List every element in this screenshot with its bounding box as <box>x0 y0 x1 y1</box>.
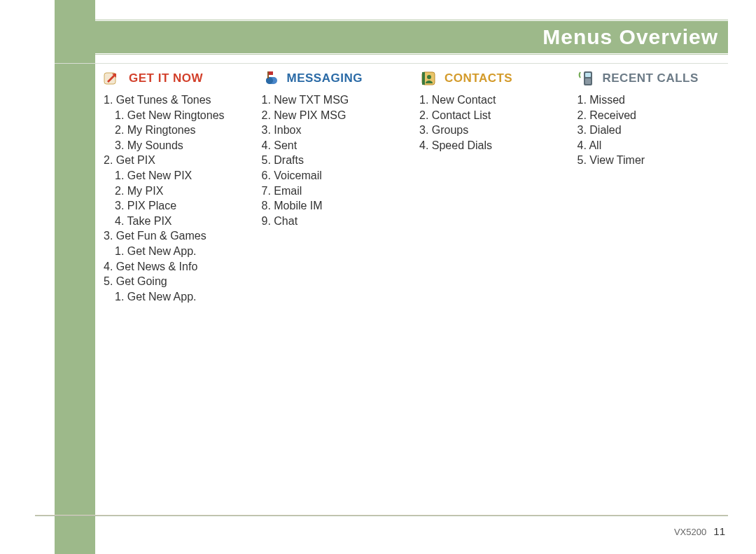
column-get-it-now: Get It Now 1. Get Tunes & Tones 1. Get N… <box>104 70 255 505</box>
list-item: 8. Mobile IM <box>262 198 413 214</box>
column-contacts: Contacts 1. New Contact 2. Contact List … <box>419 70 570 505</box>
footer-rule <box>35 515 728 516</box>
list-item: 3. Inbox <box>262 123 413 138</box>
list-item: 6. Voicemail <box>262 168 413 183</box>
address-book-icon <box>419 70 439 87</box>
content-top-rule <box>55 63 728 64</box>
menu-list: 1. New TXT MSG 2. New PIX MSG 3. Inbox 4… <box>262 92 413 228</box>
list-item: 2. Received <box>578 108 729 123</box>
manual-page: Menus Overview Get It Now 1. Get Tunes &… <box>0 0 756 554</box>
list-item: 2. My PIX <box>115 183 255 199</box>
page-title: Menus Overview <box>542 25 718 49</box>
list-item: 3. Groups <box>419 123 570 138</box>
menu-list: 1. Get Tunes & Tones 1. Get New Ringtone… <box>104 92 255 304</box>
svg-rect-6 <box>422 72 425 85</box>
list-item: 5. View Timer <box>578 153 729 168</box>
list-item: 4. Speed Dials <box>419 138 570 153</box>
page-number: 11 <box>713 525 725 537</box>
header-rule-top <box>95 20 728 20</box>
list-item: 4. Sent <box>262 138 413 153</box>
column-recent-calls: Recent Calls 1. Missed 2. Received 3. Di… <box>578 70 729 505</box>
section-title: Messaging <box>287 71 363 85</box>
mailbox-icon <box>262 70 281 87</box>
list-item: 1. Get New Ringtones <box>115 108 255 123</box>
phone-icon <box>578 70 597 87</box>
svg-rect-9 <box>585 73 591 77</box>
left-green-strip <box>55 0 95 554</box>
list-item: 1. Missed <box>578 92 729 108</box>
menu-list: 1. New Contact 2. Contact List 3. Groups… <box>419 92 570 153</box>
list-item: 1. Get New PIX <box>115 168 255 183</box>
arrow-star-icon <box>104 70 123 87</box>
footer-text: VX5200 11 <box>674 525 725 537</box>
list-item: 4. Take PIX <box>115 214 255 229</box>
section-header: Recent Calls <box>578 70 729 87</box>
list-item: 1. Get Tunes & Tones <box>104 92 255 108</box>
section-title: Get It Now <box>129 71 203 85</box>
list-item: 7. Email <box>262 183 413 199</box>
section-title: Recent Calls <box>603 71 699 85</box>
list-item: 3. Dialed <box>578 123 729 138</box>
content-columns: Get It Now 1. Get Tunes & Tones 1. Get N… <box>104 70 728 505</box>
svg-point-7 <box>427 75 431 79</box>
header-rule-bottom <box>95 54 728 55</box>
section-header: Get It Now <box>104 70 255 87</box>
column-messaging: Messaging 1. New TXT MSG 2. New PIX MSG … <box>262 70 413 505</box>
list-item: 2. Contact List <box>419 108 570 123</box>
svg-rect-2 <box>266 77 273 84</box>
section-header: Messaging <box>262 70 413 87</box>
list-item: 3. Get Fun & Games <box>104 228 255 244</box>
list-item: 1. Get New App. <box>115 289 255 305</box>
page-header-band: Menus Overview <box>95 21 728 53</box>
list-item: 1. New TXT MSG <box>262 92 413 108</box>
menu-list: 1. Missed 2. Received 3. Dialed 4. All 5… <box>578 92 729 168</box>
list-item: 2. My Ringtones <box>115 123 255 138</box>
list-item: 3. My Sounds <box>115 138 255 153</box>
svg-rect-4 <box>269 71 273 75</box>
list-item: 1. Get New App. <box>115 244 255 259</box>
section-title: Contacts <box>444 71 512 85</box>
section-header: Contacts <box>419 70 570 87</box>
list-item: 2. Get PIX <box>104 153 255 168</box>
list-item: 9. Chat <box>262 214 413 229</box>
svg-rect-10 <box>585 78 591 84</box>
model-name: VX5200 <box>674 527 706 537</box>
list-item: 2. New PIX MSG <box>262 108 413 123</box>
svg-rect-3 <box>267 71 269 78</box>
list-item: 5. Drafts <box>262 153 413 168</box>
list-item: 5. Get Going <box>104 274 255 289</box>
list-item: 4. Get News & Info <box>104 259 255 275</box>
list-item: 1. New Contact <box>419 92 570 108</box>
list-item: 4. All <box>578 138 729 153</box>
list-item: 3. PIX Place <box>115 198 255 214</box>
